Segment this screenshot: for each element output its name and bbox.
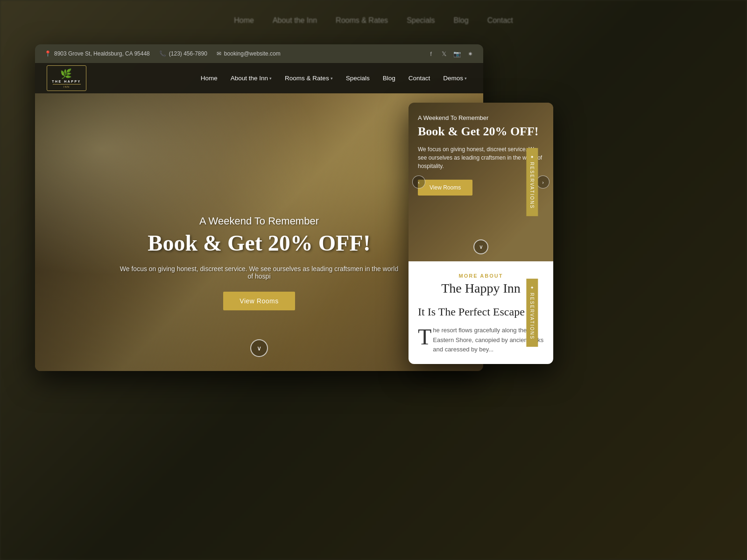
email-text: booking@website.com <box>224 50 281 57</box>
logo-box: 🌿 THE HAPPY INN <box>47 65 86 91</box>
logo-bottom-text: INN <box>53 84 81 88</box>
popup-description: We focus on giving honest, discreet serv… <box>418 145 544 170</box>
popup-subtitle: A Weekend To Remember <box>418 114 544 121</box>
facebook-icon[interactable]: f <box>427 50 435 57</box>
logo-leaf-icon: 🌿 <box>60 68 73 79</box>
bg-nav-home: Home <box>234 16 254 25</box>
address-text: 8903 Grove St, Healdsburg, CA 95448 <box>54 50 150 57</box>
reservations-label-2: RESERVATIONS <box>530 293 535 340</box>
phone-item[interactable]: 📞 (123) 456-7890 <box>159 50 207 57</box>
popup-chevron-down-icon: ∨ <box>479 244 483 251</box>
reservations-label: RESERVATIONS <box>530 162 535 209</box>
nav-links: Home About the Inn ▾ Rooms & Rates ▾ Spe… <box>196 72 472 84</box>
hero-cta-button[interactable]: View Rooms <box>223 292 295 310</box>
inn-title: The Happy Inn <box>418 281 544 296</box>
topbar: 📍 8903 Grove St, Healdsburg, CA 95448 📞 … <box>35 44 483 63</box>
popup-next-button[interactable]: › <box>536 175 550 189</box>
bg-nav-specials: Specials <box>407 16 435 25</box>
nav-contact[interactable]: Contact <box>404 72 435 84</box>
nav-rooms[interactable]: Rooms & Rates ▾ <box>280 72 338 84</box>
bg-nav-blog: Blog <box>454 16 469 25</box>
popup-title: Book & Get 20% OFF! <box>418 124 544 139</box>
phone-text: (123) 456-7890 <box>169 50 207 57</box>
chevron-left-icon: ‹ <box>418 179 420 186</box>
nav-blog[interactable]: Blog <box>378 72 400 84</box>
location-icon: 📍 <box>44 50 51 57</box>
email-icon: ✉ <box>217 50 221 57</box>
reservations-tab-2[interactable]: ✦ RESERVATIONS <box>527 279 538 347</box>
popup-browser-window: ‹ › A Weekend To Remember Book & Get 20%… <box>409 103 553 364</box>
popup-slide1: ‹ › A Weekend To Remember Book & Get 20%… <box>409 103 553 261</box>
background-nav: Home About the Inn Rooms & Rates Special… <box>0 16 747 25</box>
chevron-right-icon: › <box>542 179 544 186</box>
nav-demos[interactable]: Demos ▾ <box>438 72 472 84</box>
bg-nav-rooms: Rooms & Rates <box>336 16 388 25</box>
navbar: 🌿 THE HAPPY INN Home About the Inn ▾ Roo… <box>35 63 483 93</box>
popup-slide2: MORE ABOUT The Happy Inn It Is The Perfe… <box>409 261 553 364</box>
more-about-label: MORE ABOUT <box>418 273 544 279</box>
hero-description: We focus on giving honest, discreet serv… <box>119 265 399 280</box>
topbar-left: 📍 8903 Grove St, Healdsburg, CA 95448 📞 … <box>44 50 281 57</box>
topbar-right: f 𝕏 📷 ✷ <box>427 50 474 57</box>
bg-nav-about: About the Inn <box>273 16 317 25</box>
popup-scroll-down-button[interactable]: ∨ <box>473 239 488 254</box>
drop-cap: T <box>418 328 431 346</box>
instagram-icon[interactable]: 📷 <box>453 50 461 57</box>
about-dropdown-arrow: ▾ <box>269 76 272 81</box>
nav-specials[interactable]: Specials <box>341 72 374 84</box>
nav-home[interactable]: Home <box>196 72 222 84</box>
reservations-tab-1[interactable]: ✦ RESERVATIONS <box>527 148 538 216</box>
chevron-down-icon: ∨ <box>257 344 261 352</box>
reservations-icon-2: ✦ <box>530 286 535 290</box>
email-item[interactable]: ✉ booking@website.com <box>217 50 281 57</box>
yelp-icon[interactable]: ✷ <box>466 50 474 57</box>
reservations-icon: ✦ <box>530 155 535 160</box>
popup-prev-button[interactable]: ‹ <box>412 175 425 189</box>
rooms-dropdown-arrow: ▾ <box>331 76 333 81</box>
hero-scroll-down-button[interactable]: ∨ <box>250 339 268 357</box>
logo-area[interactable]: 🌿 THE HAPPY INN <box>47 65 86 91</box>
demos-dropdown-arrow: ▾ <box>465 76 467 81</box>
bg-nav-contact: Contact <box>487 16 513 25</box>
about-body-text: T he resort flows gracefully along the E… <box>418 326 544 355</box>
escape-title: It Is The Perfect Escape <box>418 305 544 319</box>
nav-about[interactable]: About the Inn ▾ <box>226 72 276 84</box>
popup-cta-button[interactable]: View Rooms <box>418 180 472 196</box>
address-item: 📍 8903 Grove St, Healdsburg, CA 95448 <box>44 50 150 57</box>
twitter-icon[interactable]: 𝕏 <box>440 50 448 57</box>
phone-icon: 📞 <box>159 50 166 57</box>
logo-top-text: THE HAPPY <box>52 80 81 83</box>
